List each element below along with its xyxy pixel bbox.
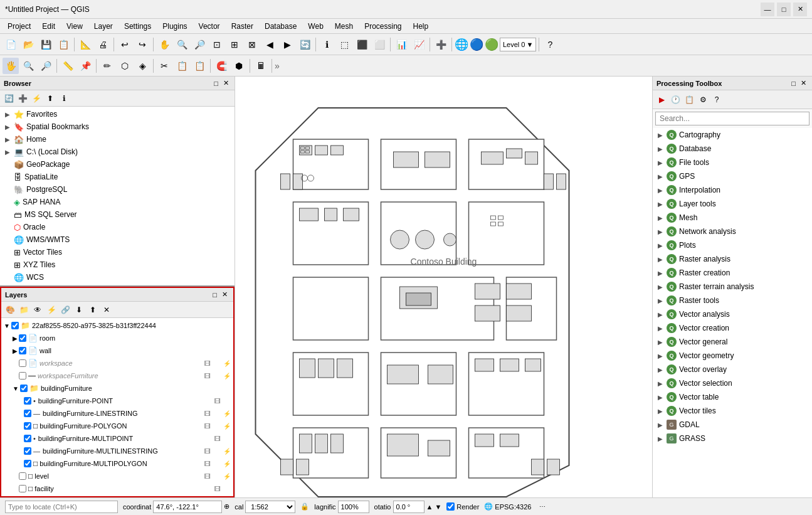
browser-item-sap-hana[interactable]: ◈ SAP HANA — [0, 196, 235, 208]
browser-float-button[interactable]: □ — [212, 78, 220, 88]
layer-root-checkbox[interactable] — [11, 322, 19, 329]
menu-processing[interactable]: Processing — [359, 21, 406, 32]
toolbox-item-interpolation[interactable]: ▶ Q Interpolation — [653, 183, 812, 197]
toolbox-item-vector-selection[interactable]: ▶ Q Vector selection — [653, 376, 812, 390]
layer-buildingfurniture-group[interactable]: ▼ 📁 buildingFurniture — [1, 382, 233, 395]
map-area[interactable]: Contoso Building — [235, 77, 652, 497]
stats-button[interactable]: 📈 — [411, 36, 427, 53]
cut-feature-button[interactable]: ✂ — [156, 58, 172, 74]
zoom-in-tool-button[interactable]: 🔍 — [20, 58, 36, 74]
help-button[interactable]: ? — [542, 36, 558, 53]
layer-bf-multilinestring[interactable]: — buildingFurniture-MULTILINESTRING 🎞 ⚡ — [1, 445, 233, 457]
browser-item-xyz-tiles[interactable]: ⊞ XYZ Tiles — [0, 258, 235, 271]
toolbox-history-button[interactable]: 🕐 — [669, 93, 682, 106]
layer-bf-linestring-checkbox[interactable] — [24, 410, 31, 417]
browser-item-ms-sql[interactable]: 🗃 MS SQL Server — [0, 208, 235, 221]
layer-workspacefurniture[interactable]: ▶ — workspaceFurniture 🎞 ⚡ — [1, 369, 233, 382]
remove-layer-button[interactable]: ✕ — [100, 304, 113, 316]
pan-tool-button[interactable]: 🖐 — [3, 58, 19, 74]
browser-item-spatialite[interactable]: 🗄 SpatiaLite — [0, 171, 235, 183]
annotation-button[interactable]: 📌 — [77, 58, 93, 74]
render-label[interactable]: Render — [446, 502, 479, 511]
toolbox-item-vector-creation[interactable]: ▶ Q Vector creation — [653, 321, 812, 335]
zoom-next-button[interactable]: ▶ — [279, 36, 295, 53]
browser-item-wfs[interactable]: 🌐 WFS / OGC API - Features — [0, 284, 235, 285]
maximize-button[interactable]: □ — [777, 3, 791, 16]
level-combo[interactable]: Level 0▼ — [500, 38, 536, 51]
render-checkbox[interactable] — [446, 502, 455, 511]
zoom-previous-button[interactable]: ◀ — [261, 36, 278, 53]
toolbox-item-cartography[interactable]: ▶ Q Cartography — [653, 128, 812, 142]
select-features-button[interactable]: ⬚ — [336, 36, 352, 53]
layer-workspace[interactable]: ▶ 📄 workspace 🎞 ⚡ — [1, 357, 233, 369]
toolbox-item-gdal[interactable]: ▶ G GDAL — [653, 418, 812, 432]
toolbox-item-raster-analysis[interactable]: ▶ Q Raster analysis — [653, 252, 812, 266]
zoom-selection-button[interactable]: ⊠ — [244, 36, 260, 53]
open-layer-styling-button[interactable]: 🎨 — [4, 304, 16, 316]
locate-input[interactable] — [5, 501, 118, 513]
toolbox-item-raster-creation[interactable]: ▶ Q Raster creation — [653, 266, 812, 280]
toolbox-item-database[interactable]: ▶ Q Database — [653, 142, 812, 156]
menu-project[interactable]: Project — [3, 21, 36, 32]
zoom-in-button[interactable]: 🔍 — [174, 36, 190, 53]
toolbox-item-vector-analysis[interactable]: ▶ Q Vector analysis — [653, 307, 812, 321]
layers-close-button[interactable]: ✕ — [220, 290, 229, 299]
browser-item-bookmarks[interactable]: ▶ 🔖 Spatial Bookmarks — [0, 120, 235, 133]
toolbox-item-vector-overlay[interactable]: ▶ Q Vector overlay — [653, 363, 812, 376]
layer-bf-multipolygon-checkbox[interactable] — [24, 460, 31, 467]
browser-item-favorites[interactable]: ▶ ⭐ Favorites — [0, 108, 235, 120]
layer-workspace-checkbox[interactable] — [19, 359, 26, 367]
layer-room[interactable]: ▶ 📄 room — [1, 332, 233, 344]
close-button[interactable]: ✕ — [793, 3, 807, 16]
zoom-full-button[interactable]: ⊡ — [209, 36, 225, 53]
browser-item-oracle[interactable]: ⬡ Oracle — [0, 221, 235, 233]
undo-button[interactable]: ↩ — [117, 36, 133, 53]
move-layer-down-button[interactable]: ⬇ — [73, 304, 85, 316]
add-group-button[interactable]: 📁 — [18, 304, 30, 316]
browser-item-wcs[interactable]: 🌐 WCS — [0, 271, 235, 284]
layer-bf-linestring[interactable]: — buildingFurniture-LINESTRING 🎞 ⚡ — [1, 407, 233, 420]
layers-float-button[interactable]: □ — [211, 290, 219, 299]
layer-room-checkbox[interactable] — [19, 334, 26, 342]
toolbox-item-vector-tiles[interactable]: ▶ Q Vector tiles — [653, 404, 812, 418]
browser-item-geopackage[interactable]: 📦 GeoPackage — [0, 158, 235, 171]
zoom-out-button[interactable]: 🔎 — [191, 36, 208, 53]
browser-collapse-button[interactable]: ⬆ — [44, 92, 56, 105]
layer-level-checkbox[interactable] — [19, 472, 26, 480]
deselect-all-button[interactable]: ⬜ — [371, 36, 388, 53]
toolbox-item-raster-terrain[interactable]: ▶ Q Raster terrain analysis — [653, 280, 812, 294]
pan-map-button[interactable]: ✋ — [156, 36, 172, 53]
copy-feature-button[interactable]: 📋 — [174, 58, 190, 74]
rotation-arrow-down[interactable]: ▼ — [435, 503, 441, 511]
measure-button[interactable]: 📏 — [60, 58, 76, 74]
toolbox-item-layer-tools[interactable]: ▶ Q Layer tools — [653, 197, 812, 211]
snap-button[interactable]: 🧲 — [213, 58, 229, 74]
menu-web[interactable]: Web — [303, 21, 328, 32]
scale-select[interactable]: 1:562 — [245, 501, 295, 513]
toolbox-item-mesh[interactable]: ▶ Q Mesh — [653, 211, 812, 225]
browser-item-wms-wmts[interactable]: 🌐 WMS/WMTS — [0, 233, 235, 246]
minimize-button[interactable]: — — [761, 3, 774, 16]
layer-wall[interactable]: ▶ 📄 wall — [1, 344, 233, 357]
toolbox-item-file-tools[interactable]: ▶ Q File tools — [653, 156, 812, 169]
menu-settings[interactable]: Settings — [119, 21, 156, 32]
layer-bf-polygon-checkbox[interactable] — [24, 422, 31, 430]
menu-database[interactable]: Database — [260, 21, 302, 32]
layer-bf-point[interactable]: • buildingFurniture-POINT 🎞 — [1, 395, 233, 407]
open-table-button[interactable]: 📊 — [393, 36, 409, 53]
paste-feature-button[interactable]: 📋 — [191, 58, 208, 74]
new-project-button[interactable]: 📄 — [3, 36, 19, 53]
layer-buildingfurniture-group-checkbox[interactable] — [20, 385, 28, 392]
new-layer-button[interactable]: ➕ — [433, 36, 449, 53]
menu-help[interactable]: Help — [408, 21, 434, 32]
print-layout-button[interactable]: 📐 — [77, 36, 93, 53]
layer-facility[interactable]: ▶ □ facility 🎞 — [1, 482, 233, 495]
toolbox-item-vector-table[interactable]: ▶ Q Vector table — [653, 390, 812, 404]
layer-facility-checkbox[interactable] — [19, 485, 26, 492]
rotation-arrow-up[interactable]: ▲ — [426, 503, 433, 511]
toolbox-item-vector-geometry[interactable]: ▶ Q Vector geometry — [653, 349, 812, 363]
browser-properties-button[interactable]: ℹ — [58, 92, 70, 105]
toolbox-item-raster-tools[interactable]: ▶ Q Raster tools — [653, 294, 812, 307]
layer-bf-multipolygon[interactable]: □ buildingFurniture-MULTIPOLYGON 🎞 ⚡ — [1, 457, 233, 470]
redo-button[interactable]: ↪ — [134, 36, 150, 53]
